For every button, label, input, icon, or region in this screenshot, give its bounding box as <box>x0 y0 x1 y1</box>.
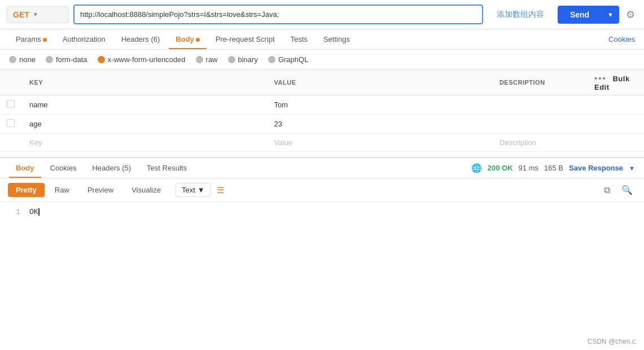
resp-tab-body[interactable]: Body <box>9 158 41 178</box>
method-chevron-icon: ▼ <box>33 11 38 18</box>
placeholder-value: Value <box>274 138 292 147</box>
response-tabs-row: Body Cookies Headers (5) Test Results 🌐 … <box>0 158 644 178</box>
top-bar: GET ▼ 添加数组内容 Send ▼ ⚙ <box>0 0 644 29</box>
option-none[interactable]: none <box>9 55 36 64</box>
row-value-tom[interactable]: Tom <box>268 95 493 115</box>
resp-tab-test-results[interactable]: Test Results <box>140 158 194 178</box>
copy-icon[interactable]: ⧉ <box>601 184 614 196</box>
table-row-empty: Key Value Description <box>0 134 644 152</box>
col-header-value: VALUE <box>268 70 493 95</box>
format-visualize-button[interactable]: Visualize <box>124 183 169 197</box>
response-time: 91 ms <box>519 164 538 172</box>
placeholder-actions <box>588 134 644 152</box>
watermark: CSDN @chen.c. <box>588 338 637 345</box>
radio-form-data[interactable] <box>46 56 53 63</box>
option-url-encoded[interactable]: x-www-form-urlencoded <box>98 55 186 64</box>
col-header-key: KEY <box>23 70 268 95</box>
status-badge: 200 OK <box>488 164 513 172</box>
method-label: GET <box>13 10 29 19</box>
tab-authorization[interactable]: Authorization <box>56 29 112 49</box>
row-key-name[interactable]: name <box>23 95 268 115</box>
radio-binary[interactable] <box>228 56 235 63</box>
text-dropdown-chevron-icon: ▼ <box>198 186 205 194</box>
table-row: age 23 <box>0 115 644 134</box>
send-button-group: Send ▼ <box>558 6 619 24</box>
row-actions-name <box>588 95 644 115</box>
placeholder-desc: Description <box>500 138 536 147</box>
row-desc-age[interactable] <box>493 115 588 134</box>
status-row: 🌐 200 OK 91 ms 165 B Save Response ▼ <box>471 163 635 173</box>
text-format-dropdown[interactable]: Text ▼ <box>176 183 211 197</box>
chinese-hint: 添加数组内容 <box>488 10 553 20</box>
row-checkbox-age[interactable] <box>7 119 15 127</box>
radio-none[interactable] <box>9 56 16 63</box>
col-header-actions: ••• Bulk Edit <box>588 70 644 95</box>
tab-tests[interactable]: Tests <box>284 29 314 49</box>
row-value-age[interactable]: 23 <box>268 115 493 134</box>
tab-params[interactable]: Params <box>9 29 54 49</box>
option-form-data[interactable]: form-data <box>46 55 87 64</box>
key-value-table: KEY VALUE DESCRIPTION ••• Bulk Edit name… <box>0 70 644 152</box>
radio-url-encoded[interactable] <box>98 56 105 63</box>
format-pretty-button[interactable]: Pretty <box>8 183 45 197</box>
send-dropdown-button[interactable]: ▼ <box>602 6 619 24</box>
option-binary[interactable]: binary <box>228 55 258 64</box>
filter-icon[interactable]: ☰ <box>217 185 224 195</box>
url-input[interactable] <box>75 6 482 23</box>
radio-graphql[interactable] <box>268 56 275 63</box>
row-key-age[interactable]: age <box>23 115 268 134</box>
send-button[interactable]: Send <box>558 6 602 24</box>
col-header-checkbox <box>0 70 23 95</box>
response-size: 165 B <box>544 164 563 172</box>
body-dot <box>196 38 200 42</box>
format-bar: Pretty Raw Preview Visualize Text ▼ ☰ ⧉ … <box>0 178 644 202</box>
response-code-text[interactable]: OK <box>29 208 40 216</box>
placeholder-key: Key <box>29 138 42 147</box>
save-response-chevron-icon[interactable]: ▼ <box>629 165 635 172</box>
body-options-row: none form-data x-www-form-urlencoded raw… <box>0 50 644 70</box>
row-desc-name[interactable] <box>493 95 588 115</box>
request-tabs-nav: Params Authorization Headers (6) Body Pr… <box>0 29 644 50</box>
params-dot <box>43 38 47 42</box>
option-graphql[interactable]: GraphQL <box>268 55 308 64</box>
line-number: 1 <box>9 208 20 216</box>
resp-tab-headers[interactable]: Headers (5) <box>85 158 138 178</box>
globe-icon: 🌐 <box>471 163 482 173</box>
url-input-wrapper <box>73 5 483 24</box>
radio-raw[interactable] <box>196 56 203 63</box>
search-icon[interactable]: 🔍 <box>618 183 636 196</box>
col-header-description: DESCRIPTION <box>493 70 588 95</box>
settings-icon[interactable]: ⚙ <box>624 8 637 21</box>
more-options-icon[interactable]: ••• <box>594 73 607 83</box>
format-preview-button[interactable]: Preview <box>80 183 121 197</box>
row-checkbox-name[interactable] <box>7 100 15 108</box>
row-actions-age <box>588 115 644 134</box>
save-response-button[interactable]: Save Response <box>569 164 623 172</box>
cursor <box>38 208 40 216</box>
response-code-area: 1 OK <box>0 202 644 222</box>
tab-prerequest[interactable]: Pre-request Script <box>209 29 282 49</box>
option-raw[interactable]: raw <box>196 55 218 64</box>
cookies-link[interactable]: Cookies <box>608 35 635 43</box>
table-row: name Tom <box>0 95 644 115</box>
spacer <box>0 152 644 158</box>
tab-body[interactable]: Body <box>169 29 207 49</box>
tab-settings[interactable]: Settings <box>317 29 357 49</box>
method-selector[interactable]: GET ▼ <box>7 6 69 23</box>
tab-headers[interactable]: Headers (6) <box>115 29 167 49</box>
response-section: Body Cookies Headers (5) Test Results 🌐 … <box>0 158 644 222</box>
format-raw-button[interactable]: Raw <box>47 183 77 197</box>
resp-tab-cookies[interactable]: Cookies <box>43 158 84 178</box>
